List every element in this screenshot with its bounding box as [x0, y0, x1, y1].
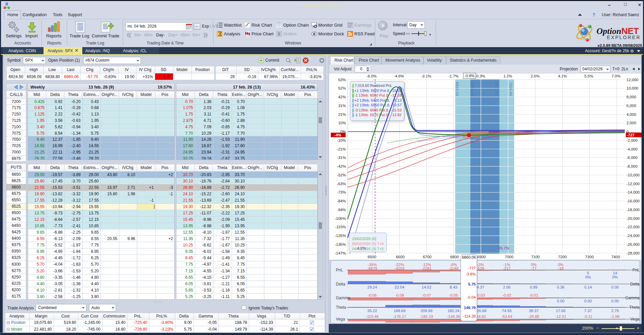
svg-text:0.00: 0.00	[557, 299, 564, 303]
svg-text:-10,000: -10,000	[626, 173, 640, 177]
svg-text:-42%: -42%	[337, 164, 346, 168]
svg-text:14.52: 14.52	[422, 285, 432, 289]
svg-text:2,000: 2,000	[626, 121, 636, 125]
svg-text:-84%: -84%	[337, 199, 346, 203]
svg-text:14: 14	[613, 271, 617, 275]
svg-text:-6.0%: -6.0%	[367, 74, 377, 78]
svg-text:0.14: 0.14	[584, 285, 592, 289]
svg-text:209.99: 209.99	[420, 309, 432, 313]
svg-text:7200: 7200	[558, 255, 567, 259]
svg-text:Gamma: Gamma	[625, 296, 640, 300]
svg-text:-12.21: -12.21	[555, 314, 566, 319]
svg-text:PnL: PnL	[633, 268, 640, 272]
svg-text:4.1%: 4.1%	[558, 74, 567, 78]
svg-text:-0.08: -0.08	[395, 293, 404, 297]
svg-text:4.37: 4.37	[477, 285, 484, 289]
svg-text:-0.03: -0.03	[476, 293, 485, 297]
svg-text:31%: 31%	[338, 104, 346, 108]
svg-text:-73%: -73%	[337, 190, 346, 194]
svg-text:-126%: -126%	[335, 234, 346, 238]
svg-text:4,000: 4,000	[626, 112, 636, 116]
svg-text:-0.3%: -0.3%	[475, 74, 485, 78]
svg-text:7000: 7000	[505, 255, 514, 259]
svg-text:5: 5	[587, 271, 589, 275]
svg-text:52%: 52%	[338, 86, 346, 90]
svg-text:Gamma: Gamma	[336, 296, 350, 300]
svg-text:6700: 6700	[423, 255, 432, 259]
svg-text:168.69: 168.69	[393, 309, 405, 313]
svg-text:-1.98: -1.98	[611, 314, 619, 319]
svg-text:2.79: 2.79	[611, 309, 619, 313]
svg-text:-2281: -2281	[421, 266, 431, 270]
svg-text:-1.7%: -1.7%	[448, 74, 459, 78]
svg-text:-4%: -4%	[334, 133, 341, 137]
svg-text:6500: 6500	[368, 255, 376, 259]
svg-text:7.0%: 7.0%	[612, 74, 620, 78]
svg-text:7300: 7300	[585, 255, 594, 259]
svg-text:-105%: -105%	[335, 216, 346, 221]
svg-text:-1149: -1149	[449, 266, 459, 270]
svg-text:38.37: 38.37	[529, 309, 539, 313]
svg-text:17.66: 17.66	[556, 309, 566, 313]
svg-text:Theta: Theta	[336, 305, 346, 310]
svg-text:-14,000: -14,000	[626, 190, 640, 194]
svg-text:-182.19: -182.19	[420, 314, 433, 319]
svg-text:-6,000: -6,000	[626, 156, 638, 160]
svg-text:-526: -526	[476, 266, 484, 270]
svg-text:7400: 7400	[611, 255, 620, 259]
svg-text:-5.11: -5.11	[584, 314, 592, 319]
svg-text:6,000: 6,000	[626, 104, 636, 108]
svg-text:74.55: 74.55	[502, 309, 512, 313]
svg-text:29.24: 29.24	[368, 285, 377, 289]
svg-text:-94%: -94%	[337, 208, 346, 212]
svg-text:35.22: 35.22	[368, 309, 377, 313]
svg-text:-10%: -10%	[337, 138, 346, 142]
svg-text:Theta: Theta	[629, 305, 640, 310]
svg-text:-20,000: -20,000	[626, 216, 640, 221]
svg-text:-22,000: -22,000	[626, 225, 640, 229]
svg-text:22.04: 22.04	[395, 285, 405, 289]
svg-text:-31%: -31%	[337, 156, 346, 160]
svg-text:-217: -217	[503, 266, 510, 270]
svg-text:-4,000: -4,000	[626, 147, 638, 151]
svg-text:6800: 6800	[450, 255, 459, 259]
svg-text:6900: 6900	[477, 255, 486, 259]
svg-text:-144.35: -144.35	[447, 314, 460, 319]
svg-text:-147%: -147%	[335, 251, 346, 255]
svg-text:Delta: Delta	[630, 282, 640, 287]
svg-text:-77: -77	[531, 266, 537, 270]
svg-text:Vega: Vega	[631, 317, 640, 322]
svg-text:-178.17: -178.17	[393, 314, 406, 319]
svg-text:-6679: -6679	[367, 266, 377, 270]
svg-text:-63%: -63%	[337, 182, 346, 186]
svg-text:$: $	[278, 32, 280, 36]
svg-text:2.6%: 2.6%	[531, 74, 539, 78]
svg-text:-24,000: -24,000	[626, 234, 640, 238]
svg-text:-53.64: -53.64	[501, 314, 513, 319]
svg-text:2.05: 2.05	[503, 285, 510, 289]
svg-text:-52%: -52%	[337, 173, 346, 177]
svg-text:-3.1%: -3.1%	[421, 74, 431, 78]
svg-text:1.2%: 1.2%	[503, 74, 512, 78]
svg-text:-0.05: -0.05	[449, 293, 458, 297]
svg-text:0.05: 0.05	[611, 285, 619, 289]
svg-text:0%: 0%	[612, 275, 618, 279]
svg-text:-28,000: -28,000	[626, 251, 640, 255]
svg-text:-0.06: -0.06	[368, 293, 377, 297]
svg-text:-21%: -21%	[337, 147, 346, 151]
svg-text:12,000: 12,000	[626, 78, 638, 82]
svg-text:-2,000: -2,000	[626, 138, 638, 142]
svg-text:-136%: -136%	[335, 242, 346, 246]
svg-text:-8,000: -8,000	[626, 164, 638, 168]
svg-text:6600: 6600	[396, 255, 405, 259]
svg-text:42%: 42%	[338, 95, 346, 99]
svg-text:-0.01: -0.01	[529, 293, 538, 297]
svg-text:-0.07: -0.07	[422, 293, 431, 297]
svg-text:-26,000: -26,000	[626, 242, 640, 246]
svg-text:0.00: 0.00	[611, 299, 619, 303]
svg-text:0.36: 0.36	[557, 285, 564, 289]
svg-text:PnL: PnL	[336, 268, 343, 272]
svg-text:10%: 10%	[338, 121, 346, 125]
svg-text:7100: 7100	[531, 255, 540, 259]
svg-text:21%: 21%	[338, 112, 346, 116]
